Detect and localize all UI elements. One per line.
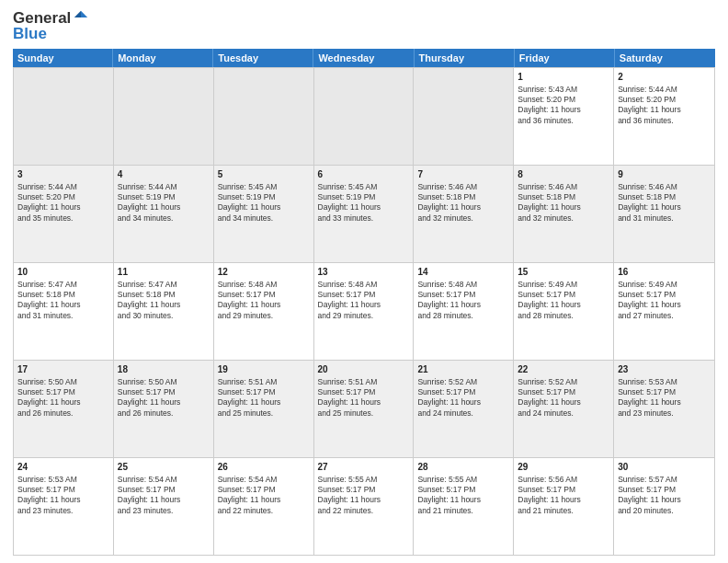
day-number: 30 (618, 461, 711, 474)
day-number: 21 (417, 363, 509, 376)
day-info: Sunrise: 5:49 AM Sunset: 5:17 PM Dayligh… (518, 280, 581, 320)
day-info: Sunrise: 5:54 AM Sunset: 5:17 PM Dayligh… (118, 475, 181, 515)
day-cell-2: 2Sunrise: 5:44 AM Sunset: 5:20 PM Daylig… (614, 68, 714, 165)
day-info: Sunrise: 5:44 AM Sunset: 5:19 PM Dayligh… (118, 182, 181, 223)
day-cell-13: 13Sunrise: 5:48 AM Sunset: 5:17 PM Dayli… (314, 263, 415, 360)
day-number: 6 (318, 168, 410, 181)
day-info: Sunrise: 5:50 AM Sunset: 5:17 PM Dayligh… (17, 377, 81, 418)
day-number: 20 (318, 363, 410, 376)
day-cell-14: 14Sunrise: 5:48 AM Sunset: 5:17 PM Dayli… (414, 263, 514, 360)
day-number: 16 (618, 266, 711, 279)
day-info: Sunrise: 5:55 AM Sunset: 5:17 PM Dayligh… (318, 475, 381, 515)
day-info: Sunrise: 5:46 AM Sunset: 5:18 PM Dayligh… (618, 182, 681, 223)
calendar-header: SundayMondayTuesdayWednesdayThursdayFrid… (13, 49, 715, 67)
empty-cell (314, 68, 415, 165)
weekday-header-friday: Friday (515, 49, 615, 67)
calendar-row-1: 1Sunrise: 5:43 AM Sunset: 5:20 PM Daylig… (14, 68, 714, 166)
empty-cell (114, 68, 214, 165)
day-cell-25: 25Sunrise: 5:54 AM Sunset: 5:17 PM Dayli… (114, 458, 214, 555)
day-number: 8 (518, 168, 609, 181)
logo-general: General (13, 10, 71, 26)
day-info: Sunrise: 5:45 AM Sunset: 5:19 PM Dayligh… (318, 182, 381, 223)
logo-flag-icon (73, 9, 89, 26)
day-number: 9 (618, 168, 711, 181)
day-number: 22 (518, 363, 609, 376)
weekday-header-monday: Monday (113, 49, 213, 67)
day-number: 23 (618, 363, 711, 376)
day-number: 29 (518, 461, 609, 474)
calendar-row-4: 17Sunrise: 5:50 AM Sunset: 5:17 PM Dayli… (14, 361, 714, 458)
day-info: Sunrise: 5:46 AM Sunset: 5:18 PM Dayligh… (518, 182, 581, 223)
empty-cell (214, 68, 314, 165)
day-number: 2 (618, 71, 711, 84)
day-cell-7: 7Sunrise: 5:46 AM Sunset: 5:18 PM Daylig… (414, 166, 514, 262)
day-number: 3 (17, 168, 109, 181)
day-cell-8: 8Sunrise: 5:46 AM Sunset: 5:18 PM Daylig… (514, 166, 614, 262)
day-info: Sunrise: 5:56 AM Sunset: 5:17 PM Dayligh… (518, 475, 581, 515)
day-number: 11 (118, 266, 210, 279)
calendar-row-5: 24Sunrise: 5:53 AM Sunset: 5:17 PM Dayli… (14, 458, 714, 555)
weekday-header-sunday: Sunday (13, 49, 113, 67)
day-cell-9: 9Sunrise: 5:46 AM Sunset: 5:18 PM Daylig… (614, 166, 714, 262)
day-info: Sunrise: 5:48 AM Sunset: 5:17 PM Dayligh… (417, 280, 481, 320)
header: General Blue (13, 9, 715, 41)
day-number: 4 (118, 168, 210, 181)
day-number: 15 (518, 266, 609, 279)
day-info: Sunrise: 5:57 AM Sunset: 5:17 PM Dayligh… (618, 475, 681, 515)
day-cell-11: 11Sunrise: 5:47 AM Sunset: 5:18 PM Dayli… (114, 263, 214, 360)
svg-marker-1 (74, 11, 81, 17)
day-info: Sunrise: 5:48 AM Sunset: 5:17 PM Dayligh… (218, 280, 281, 320)
day-info: Sunrise: 5:53 AM Sunset: 5:17 PM Dayligh… (17, 475, 81, 515)
day-cell-1: 1Sunrise: 5:43 AM Sunset: 5:20 PM Daylig… (514, 68, 614, 165)
weekday-header-thursday: Thursday (415, 49, 515, 67)
day-cell-19: 19Sunrise: 5:51 AM Sunset: 5:17 PM Dayli… (214, 361, 314, 457)
day-cell-4: 4Sunrise: 5:44 AM Sunset: 5:19 PM Daylig… (114, 166, 214, 262)
day-info: Sunrise: 5:52 AM Sunset: 5:17 PM Dayligh… (417, 377, 481, 418)
day-number: 27 (318, 461, 410, 474)
calendar-row-3: 10Sunrise: 5:47 AM Sunset: 5:18 PM Dayli… (14, 263, 714, 361)
day-number: 10 (17, 266, 109, 279)
day-cell-26: 26Sunrise: 5:54 AM Sunset: 5:17 PM Dayli… (214, 458, 314, 555)
day-info: Sunrise: 5:44 AM Sunset: 5:20 PM Dayligh… (17, 182, 81, 223)
day-number: 26 (218, 461, 310, 474)
day-cell-23: 23Sunrise: 5:53 AM Sunset: 5:17 PM Dayli… (614, 361, 714, 457)
day-number: 19 (218, 363, 310, 376)
empty-cell (14, 68, 114, 165)
day-info: Sunrise: 5:47 AM Sunset: 5:18 PM Dayligh… (118, 280, 181, 320)
day-info: Sunrise: 5:52 AM Sunset: 5:17 PM Dayligh… (518, 377, 581, 418)
day-number: 28 (417, 461, 509, 474)
day-cell-30: 30Sunrise: 5:57 AM Sunset: 5:17 PM Dayli… (614, 458, 714, 555)
day-number: 12 (218, 266, 310, 279)
calendar-body: 1Sunrise: 5:43 AM Sunset: 5:20 PM Daylig… (13, 67, 715, 556)
day-info: Sunrise: 5:43 AM Sunset: 5:20 PM Dayligh… (518, 85, 581, 125)
day-cell-29: 29Sunrise: 5:56 AM Sunset: 5:17 PM Dayli… (514, 458, 614, 555)
day-cell-12: 12Sunrise: 5:48 AM Sunset: 5:17 PM Dayli… (214, 263, 314, 360)
day-info: Sunrise: 5:53 AM Sunset: 5:17 PM Dayligh… (618, 377, 681, 418)
day-cell-22: 22Sunrise: 5:52 AM Sunset: 5:17 PM Dayli… (514, 361, 614, 457)
day-info: Sunrise: 5:47 AM Sunset: 5:18 PM Dayligh… (17, 280, 81, 320)
weekday-header-saturday: Saturday (615, 49, 715, 67)
day-number: 7 (417, 168, 509, 181)
logo-blue: Blue (13, 26, 47, 41)
day-info: Sunrise: 5:45 AM Sunset: 5:19 PM Dayligh… (218, 182, 281, 223)
day-info: Sunrise: 5:49 AM Sunset: 5:17 PM Dayligh… (618, 280, 681, 320)
day-cell-27: 27Sunrise: 5:55 AM Sunset: 5:17 PM Dayli… (314, 458, 415, 555)
day-info: Sunrise: 5:51 AM Sunset: 5:17 PM Dayligh… (218, 377, 281, 418)
day-cell-15: 15Sunrise: 5:49 AM Sunset: 5:17 PM Dayli… (514, 263, 614, 360)
day-number: 5 (218, 168, 310, 181)
day-info: Sunrise: 5:54 AM Sunset: 5:17 PM Dayligh… (218, 475, 281, 515)
day-cell-21: 21Sunrise: 5:52 AM Sunset: 5:17 PM Dayli… (414, 361, 514, 457)
day-number: 14 (417, 266, 509, 279)
day-cell-20: 20Sunrise: 5:51 AM Sunset: 5:17 PM Dayli… (314, 361, 415, 457)
calendar: SundayMondayTuesdayWednesdayThursdayFrid… (13, 49, 715, 556)
day-cell-3: 3Sunrise: 5:44 AM Sunset: 5:20 PM Daylig… (14, 166, 114, 262)
day-cell-18: 18Sunrise: 5:50 AM Sunset: 5:17 PM Dayli… (114, 361, 214, 457)
day-number: 24 (17, 461, 109, 474)
day-info: Sunrise: 5:50 AM Sunset: 5:17 PM Dayligh… (118, 377, 181, 418)
day-cell-10: 10Sunrise: 5:47 AM Sunset: 5:18 PM Dayli… (14, 263, 114, 360)
empty-cell (414, 68, 514, 165)
day-number: 13 (318, 266, 410, 279)
day-cell-16: 16Sunrise: 5:49 AM Sunset: 5:17 PM Dayli… (614, 263, 714, 360)
day-number: 17 (17, 363, 109, 376)
day-info: Sunrise: 5:55 AM Sunset: 5:17 PM Dayligh… (417, 475, 481, 515)
